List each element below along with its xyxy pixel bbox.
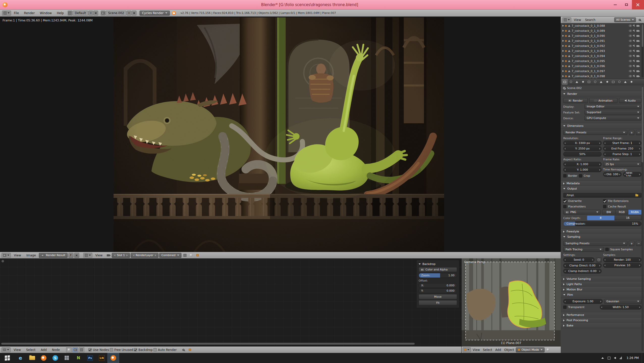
sampling-preset-remove-button[interactable]: − [636,241,641,246]
resolution-x-field[interactable]: X: 3300 px [563,141,602,145]
chevron-left-icon[interactable] [114,254,115,256]
remap-new-field[interactable]: New: 100 [623,172,641,177]
render-presets-dropdown[interactable]: Render Presets [563,130,627,135]
filter-type-dropdown[interactable]: Gaussian [604,299,641,304]
viewport-menu-add[interactable]: Add [494,348,502,352]
properties-tab-object[interactable] [586,79,592,85]
texture-nodes-toggle[interactable] [79,347,84,352]
panel-film-header[interactable]: Film [561,292,644,297]
preset-remove-button[interactable]: − [636,130,641,135]
aspect-y-field[interactable]: Y: 1.000 [563,167,602,172]
expand-icon[interactable] [562,25,564,27]
visibility-icon[interactable] [629,65,632,67]
properties-tab-render-layers[interactable] [568,79,574,85]
image-menu-image[interactable]: Image [24,254,38,257]
seed-field[interactable]: Seed: 0 [563,257,595,262]
panel-performance-header[interactable]: Performance [561,312,644,318]
color-bw-button[interactable]: BW [602,210,615,215]
scene-name[interactable]: Scene.002 [106,11,126,16]
square-samples-checkbox[interactable]: Square Samples [605,247,641,252]
compositing-nodes-toggle[interactable] [72,347,78,352]
backdrop-offset-y-field[interactable]: Y:0.000 [419,288,457,293]
clamp-indirect-field[interactable]: Clamp Indirect: 0.00 [563,269,602,274]
visibility-icon[interactable] [629,50,632,52]
taskbar-blender[interactable] [38,353,49,363]
menu-render[interactable]: Render [22,11,37,15]
start-button[interactable] [0,353,15,363]
render-still-button[interactable]: Render [563,98,588,103]
screen-layout-browse-icon[interactable] [68,11,72,16]
color-rgba-button[interactable]: RGBA [628,210,641,215]
backdrop-channels-dropdown[interactable]: Color and Alpha [419,267,457,272]
taskbar-notepad-plus-plus[interactable]: N [73,353,84,363]
viewport-3d[interactable]: Camera Persp (1) Plane.007 View Select A… [462,258,561,353]
properties-tab-scene[interactable] [574,79,580,85]
node-menu-node[interactable]: Node [50,348,62,352]
outliner-menu-view[interactable]: View [572,18,582,22]
unlink-datablock-button[interactable] [74,253,79,258]
outliner-item[interactable]: 7_coinsstack_0_1_0.091 [561,38,641,43]
close-button[interactable] [632,0,644,9]
node-editor-type-selector[interactable] [2,347,11,352]
properties-tab-object-data[interactable] [604,79,610,85]
end-frame-field[interactable]: End Frame: 250 [603,146,641,151]
image-menu-view[interactable]: View [12,254,23,257]
visibility-icon[interactable] [629,55,632,57]
viewport-shading-icon[interactable] [545,347,551,352]
node-menu-add[interactable]: Add [39,348,49,352]
outliner-item[interactable]: 7_coinsstack_0_1_0.097 [561,69,641,74]
properties-tab-particles[interactable] [623,79,628,85]
render-samples-field[interactable]: Render: 100 [603,257,641,262]
properties-tab-texture[interactable] [616,79,622,85]
seed-animate-button[interactable] [596,257,602,262]
transparent-checkbox[interactable]: Transparent [563,305,598,309]
viewport-menu-view[interactable]: View [471,348,481,352]
selectable-icon[interactable] [633,24,636,27]
expand-icon[interactable] [562,65,564,67]
channels-rgba-icon[interactable] [182,253,188,258]
renderable-icon[interactable] [636,35,639,37]
renderable-icon[interactable] [636,70,639,72]
frame-rate-dropdown[interactable]: 25 fps [603,162,641,167]
render-animation-button[interactable]: Animation [589,98,618,103]
expand-icon[interactable] [562,70,564,72]
taskbar-skype[interactable]: S [49,353,61,363]
renderable-icon[interactable] [636,30,639,32]
backdrop-zoom-slider[interactable]: Zoom:1.00 [419,273,457,278]
viewport-editor-type-selector[interactable] [463,347,471,352]
panel-render-header[interactable]: Render [561,91,644,97]
pin-image-icon[interactable] [195,253,200,258]
shader-nodes-toggle[interactable] [66,347,72,352]
tray-action-center-icon[interactable] [608,357,610,359]
selectable-icon[interactable] [633,54,636,57]
backdrop-checkbox[interactable]: Backdrop [134,348,152,352]
selectable-icon[interactable] [633,70,636,73]
clamp-direct-field[interactable]: Clamp Direct: 0.00 [563,263,602,268]
depth-16-button[interactable]: 16 [614,216,642,220]
expand-icon[interactable] [562,30,564,32]
image-datablock[interactable]: Render Result [39,253,68,258]
crop-checkbox[interactable]: Crop [579,173,590,178]
backdrop-fit-button[interactable]: Fit [419,300,457,305]
outliner-item[interactable]: 7_coinsstack_0_1_0.096 [561,64,641,69]
taskbar-internet-explorer[interactable]: e [15,353,26,363]
camera-icon[interactable] [105,253,111,258]
image-editor-type-selector[interactable] [2,253,11,258]
backdrop-panel-header[interactable]: Backdrop [419,262,457,266]
backdrop-offset-x-field[interactable]: X:0.000 [419,283,457,288]
expand-icon[interactable] [562,35,564,37]
expand-icon[interactable] [562,60,564,62]
panel-light-paths-header[interactable]: Light Paths [561,282,644,287]
filter-width-field[interactable]: Width: 1.50 [600,305,641,310]
taskbar-file-explorer[interactable] [26,353,38,363]
placeholders-checkbox[interactable]: Placeholders [563,204,602,209]
renderable-icon[interactable] [636,25,639,27]
image-menu-view-2[interactable]: View [93,254,105,257]
visibility-icon[interactable] [629,35,632,37]
expand-icon[interactable] [562,55,564,57]
selectable-icon[interactable] [633,65,636,68]
chevron-right-icon[interactable] [126,254,128,256]
taskbar-blender-active[interactable] [108,353,119,363]
expand-icon[interactable] [562,75,564,77]
outliner-scope-dropdown[interactable]: All Scenes [614,17,636,22]
